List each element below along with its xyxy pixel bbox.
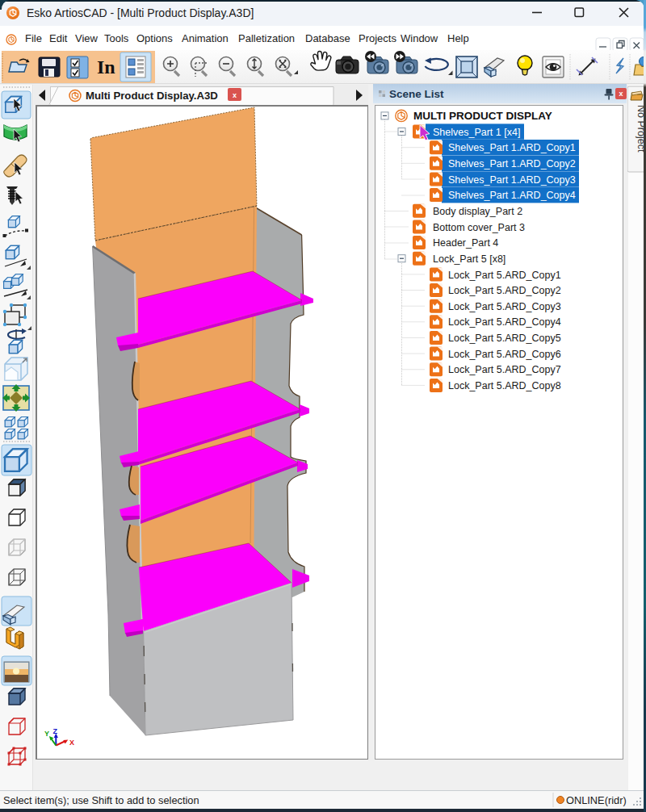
svg-text:Shelves_Part 1.ARD_Copy1: Shelves_Part 1.ARD_Copy1 [448,142,576,153]
svg-text:Multi Product Display.A3D: Multi Product Display.A3D [86,90,218,102]
svg-text:x: x [233,91,237,99]
svg-text:Lock_Part 5.ARD_Copy8: Lock_Part 5.ARD_Copy8 [448,380,561,391]
svg-text:Bottom cover_Part 3: Bottom cover_Part 3 [433,222,525,233]
svg-text:Shelves_Part 1.ARD_Copy3: Shelves_Part 1.ARD_Copy3 [448,174,576,186]
svg-text:Lock_Part 5.ARD_Copy7: Lock_Part 5.ARD_Copy7 [448,364,561,375]
svg-text:MULTI PRODUCT DISPLAY: MULTI PRODUCT DISPLAY [413,110,552,122]
svg-text:Lock_Part 5.ARD_Copy5: Lock_Part 5.ARD_Copy5 [448,333,561,344]
svg-text:Lock_Part 5 [x8]: Lock_Part 5 [x8] [433,253,505,265]
svg-text:Shelves_Part 1 [x4]: Shelves_Part 1 [x4] [433,127,520,138]
svg-text:In: In [97,57,115,77]
svg-text:Lock_Part 5.ARD_Copy4: Lock_Part 5.ARD_Copy4 [448,316,561,328]
svg-text:x: x [619,90,623,98]
svg-text:Body display_Part 2: Body display_Part 2 [433,206,522,217]
svg-text:Scene List: Scene List [389,88,444,100]
svg-text:ONLINE(ridr): ONLINE(ridr) [566,794,627,806]
svg-text:Lock_Part 5.ARD_Copy3: Lock_Part 5.ARD_Copy3 [448,301,561,312]
svg-text:Header_Part 4: Header_Part 4 [433,237,498,249]
svg-text:Shelves_Part 1.ARD_Copy2: Shelves_Part 1.ARD_Copy2 [448,158,576,170]
svg-text:Lock_Part 5.ARD_Copy2: Lock_Part 5.ARD_Copy2 [448,285,561,296]
svg-text:Shelves_Part 1.ARD_Copy4: Shelves_Part 1.ARD_Copy4 [448,190,576,201]
svg-text:Lock_Part 5.ARD_Copy1: Lock_Part 5.ARD_Copy1 [448,270,561,281]
svg-text:Lock_Part 5.ARD_Copy6: Lock_Part 5.ARD_Copy6 [448,349,561,360]
svg-text:Z: Z [53,727,58,735]
svg-text:Y: Y [44,730,49,738]
svg-text:X: X [69,739,74,747]
